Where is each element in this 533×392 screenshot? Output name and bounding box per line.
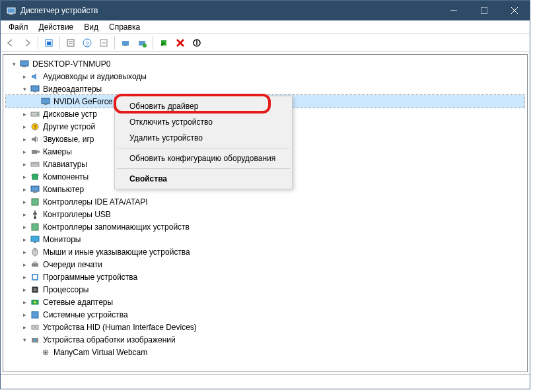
svg-rect-51 — [32, 263, 38, 267]
tree-category[interactable]: ▸Мыши и иные указывающие устройства — [6, 245, 524, 258]
svg-point-18 — [143, 44, 147, 48]
chevron-down-icon[interactable]: ▾ — [19, 86, 30, 92]
enable-button[interactable] — [157, 36, 171, 50]
device-category-icon — [30, 234, 40, 245]
device-category-icon — [30, 159, 40, 170]
chevron-right-icon[interactable]: ▸ — [19, 174, 30, 180]
toolbar-separator — [59, 36, 60, 49]
chevron-right-icon[interactable]: ▸ — [19, 274, 30, 280]
tree-label: Контроллеры запоминающих устройств — [43, 222, 190, 232]
svg-rect-42 — [31, 186, 39, 191]
help-button[interactable]: ? — [80, 36, 94, 50]
toolbar: ? — [1, 34, 530, 52]
chevron-right-icon[interactable]: ▸ — [19, 199, 30, 205]
device-manager-window: Диспетчер устройств Файл Действие Вид Сп… — [0, 0, 530, 389]
tree-category[interactable]: ▸Устройства HID (Human Interface Devices… — [6, 321, 524, 333]
svg-point-63 — [34, 339, 36, 341]
tree-category[interactable]: ▸Сетевые адаптеры — [6, 296, 524, 308]
device-category-icon — [30, 272, 40, 282]
uninstall-button[interactable] — [173, 36, 188, 50]
svg-rect-16 — [124, 46, 127, 46]
tree-label: Контроллеры USB — [43, 210, 111, 219]
device-category-icon — [30, 71, 40, 82]
up-button[interactable] — [42, 36, 56, 50]
device-icon — [40, 96, 51, 107]
device-category-icon — [30, 222, 40, 232]
svg-point-31 — [37, 114, 38, 115]
chevron-right-icon[interactable]: ▸ — [19, 324, 30, 331]
device-category-icon — [30, 184, 40, 195]
chevron-right-icon[interactable]: ▸ — [19, 311, 30, 318]
chevron-right-icon[interactable]: ▸ — [19, 136, 30, 143]
svg-rect-28 — [42, 98, 50, 104]
close-button[interactable] — [499, 1, 530, 20]
tree-label: Устройства обработки изображений — [43, 335, 176, 344]
tree-category[interactable]: ▸Контроллеры IDE ATA/ATAPI — [6, 195, 524, 208]
tree-category[interactable]: ▾Видеоадаптеры — [6, 82, 524, 95]
chevron-down-icon[interactable]: ▾ — [9, 61, 19, 67]
tree-category[interactable]: ▾Устройства обработки изображений — [6, 333, 524, 346]
chevron-right-icon[interactable]: ▸ — [19, 161, 30, 168]
tree-label: Дисковые устр — [43, 110, 97, 119]
tree-device[interactable]: ManyCam Virtual Webcam — [6, 346, 524, 358]
chevron-right-icon[interactable]: ▸ — [19, 299, 30, 306]
chevron-right-icon[interactable]: ▸ — [19, 286, 30, 293]
tree-category[interactable]: ▸Системные устройства — [6, 308, 524, 321]
menu-action[interactable]: Действие — [34, 22, 79, 32]
svg-rect-0 — [7, 8, 15, 13]
chevron-right-icon[interactable]: ▸ — [19, 261, 30, 268]
window-title: Диспетчер устройств — [20, 6, 439, 15]
menubar: Файл Действие Вид Справка — [1, 20, 530, 34]
chevron-right-icon[interactable]: ▸ — [19, 224, 30, 230]
svg-rect-35 — [32, 150, 37, 154]
scan-hardware-button[interactable] — [118, 36, 133, 50]
svg-point-36 — [37, 150, 40, 153]
tree-root[interactable]: ▾DESKTOP-VTNMUP0 — [6, 57, 524, 70]
device-category-icon — [30, 310, 40, 320]
ctx-separator — [117, 168, 290, 169]
svg-rect-52 — [33, 261, 37, 263]
minimize-button[interactable] — [439, 1, 469, 20]
ctx-properties[interactable]: Свойства — [116, 171, 291, 187]
maximize-button[interactable] — [469, 1, 499, 20]
properties-button[interactable] — [63, 36, 78, 50]
chevron-down-icon[interactable]: ▾ — [19, 337, 30, 343]
device-category-icon — [30, 284, 40, 295]
device-category-icon — [30, 84, 40, 94]
action-button[interactable] — [96, 36, 111, 50]
svg-rect-39 — [32, 174, 38, 180]
menu-help[interactable]: Справка — [104, 22, 145, 32]
update-driver-button[interactable] — [135, 36, 149, 50]
svg-rect-46 — [32, 224, 38, 230]
ctx-rescan[interactable]: Обновить конфигурацию оборудования — [116, 150, 291, 166]
chevron-right-icon[interactable]: ▸ — [19, 73, 30, 80]
svg-rect-47 — [31, 236, 39, 242]
tree-label: Сетевые адаптеры — [43, 298, 113, 307]
back-button[interactable] — [3, 36, 18, 50]
forward-button[interactable] — [20, 36, 34, 50]
tree-category[interactable]: ▸Контроллеры запоминающих устройств — [6, 220, 524, 233]
tree-category[interactable]: ▸Программные устройства — [6, 271, 524, 283]
tree-category[interactable]: ▸Контроллеры USB — [6, 208, 524, 220]
tree-label: Мыши и иные указывающие устройства — [43, 247, 190, 257]
tree-label: Процессоры — [43, 285, 89, 294]
chevron-right-icon[interactable]: ▸ — [19, 249, 30, 255]
chevron-right-icon[interactable]: ▸ — [19, 236, 30, 243]
tree-category[interactable]: ▸Мониторы — [6, 233, 524, 245]
tree-category[interactable]: ▸Аудиовходы и аудиовыходы — [6, 70, 524, 82]
ctx-remove-device[interactable]: Удалить устройство — [116, 130, 291, 146]
chevron-right-icon[interactable]: ▸ — [19, 148, 30, 155]
tree-category[interactable]: ▸Процессоры — [6, 283, 524, 296]
tree-label: Другие устрой — [43, 122, 95, 131]
chevron-right-icon[interactable]: ▸ — [19, 186, 30, 193]
chevron-right-icon[interactable]: ▸ — [19, 111, 30, 117]
tree-category[interactable]: ▸Очереди печати — [6, 258, 524, 271]
svg-point-65 — [45, 351, 47, 353]
chevron-right-icon[interactable]: ▸ — [19, 123, 30, 130]
menu-view[interactable]: Вид — [79, 22, 104, 32]
menu-file[interactable]: Файл — [3, 22, 34, 32]
disable-button[interactable] — [190, 36, 204, 50]
chevron-right-icon[interactable]: ▸ — [19, 211, 30, 218]
ctx-update-driver[interactable]: Обновить драйвер — [116, 98, 291, 114]
ctx-disable-device[interactable]: Отключить устройство — [116, 114, 291, 130]
